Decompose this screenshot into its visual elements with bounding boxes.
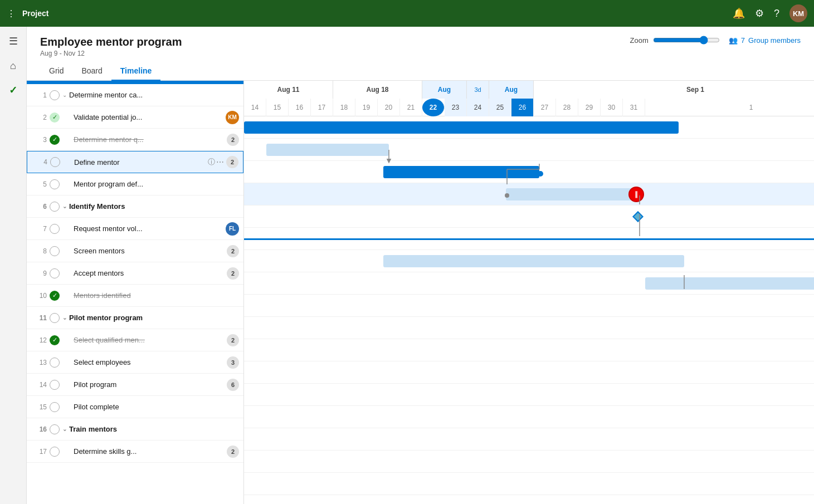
day-col: 14	[244, 99, 266, 116]
gantt-row-3	[244, 161, 814, 183]
group-members-count: 7	[741, 36, 745, 45]
task-row[interactable]: 9 Accept mentors 2	[27, 262, 243, 285]
group-members-icon: 👥	[729, 36, 738, 45]
gantt-bar[interactable]	[266, 144, 389, 156]
task-badge: 6	[227, 379, 239, 391]
chevron-icon: ⌄	[62, 426, 67, 432]
task-badge: 2	[227, 245, 239, 257]
task-row-group-header[interactable]: 11 ⌄ Pilot mentor program	[27, 307, 243, 329]
aug2-label: Aug	[489, 81, 534, 99]
task-row-group-header[interactable]: 16 ⌄ Train mentors	[27, 418, 243, 441]
gantt-chart: Aug 11 Aug 18 Aug 3d	[244, 81, 814, 504]
gantt-rows: ∥	[244, 116, 814, 495]
status-empty-icon	[50, 224, 60, 234]
status-empty-icon	[50, 90, 60, 100]
group-line	[244, 238, 814, 240]
gantt-row-7	[244, 250, 814, 272]
status-check-green-icon: ✓	[50, 135, 60, 145]
red-indicator: ∥	[628, 187, 644, 202]
date-header: Aug 11 Aug 18 Aug 3d	[244, 81, 814, 116]
day-col: 17	[311, 99, 333, 116]
day-col: 26	[511, 99, 534, 116]
task-row-selected[interactable]: 4 Define mentor ⓘ ⋯ 2	[27, 151, 243, 173]
milestone-dot	[538, 171, 543, 177]
tab-grid[interactable]: Grid	[40, 62, 72, 81]
task-row[interactable]: 8 Screen mentors 2	[27, 240, 243, 262]
help-icon[interactable]: ?	[774, 8, 779, 19]
day-col: 30	[601, 99, 623, 116]
task-row[interactable]: 10 ✓ Mentors identified	[27, 285, 243, 307]
sep-label: Sep 1	[534, 81, 814, 99]
more-icon[interactable]: ⋯	[216, 158, 224, 167]
gantt-row-6	[244, 228, 814, 250]
task-row[interactable]: 13 Select employees 3	[27, 351, 243, 374]
home-icon[interactable]: ⌂	[3, 56, 23, 76]
group-members-label: Group members	[748, 36, 801, 45]
tab-timeline[interactable]: Timeline	[111, 62, 161, 81]
grid-dots-icon[interactable]: ⋮	[7, 8, 16, 19]
gantt-bar[interactable]	[383, 255, 684, 267]
aug-label: Aug	[422, 81, 467, 99]
task-badge: 2	[227, 446, 239, 458]
task-row[interactable]: 15 Pilot complete	[27, 396, 243, 418]
gantt-bar[interactable]	[506, 188, 640, 200]
status-empty-icon	[50, 246, 60, 256]
task-row[interactable]: 2 ✓ Validate potential jo... KM	[27, 106, 243, 129]
gantt-row-11	[244, 339, 814, 361]
day-col: 16	[289, 99, 311, 116]
gantt-row-12	[244, 361, 814, 384]
gantt-row-9	[244, 295, 814, 317]
avatar: FL	[226, 222, 239, 236]
chevron-icon: ⌄	[62, 203, 67, 209]
status-empty-icon	[50, 179, 60, 189]
gantt-row-14	[244, 406, 814, 428]
task-row[interactable]: 12 ✓ Select qualified men... 2	[27, 329, 243, 351]
day-col: 23	[445, 99, 467, 116]
week-label: Aug 18	[333, 81, 422, 99]
task-badge: 2	[227, 334, 239, 346]
gantt-row-4: ∥	[244, 183, 814, 205]
settings-icon[interactable]: ⚙	[755, 7, 764, 19]
day-col: 15	[266, 99, 289, 116]
gantt-bar[interactable]	[383, 166, 539, 178]
user-avatar[interactable]: KM	[789, 4, 807, 22]
gantt-row-2	[244, 139, 814, 161]
zoom-control: Zoom	[630, 36, 720, 45]
task-row[interactable]: 3 ✓ Determine mentor q... 2	[27, 129, 243, 151]
day-col: 25	[489, 99, 511, 116]
gantt-row-5	[244, 205, 814, 228]
connector-dot	[505, 193, 509, 198]
status-empty-icon	[50, 447, 60, 457]
zoom-slider[interactable]	[653, 36, 720, 45]
bell-icon[interactable]: 🔔	[733, 7, 745, 19]
check-icon[interactable]: ✓	[3, 80, 23, 100]
project-title: Employee mentor program	[40, 36, 182, 48]
day-col: 31	[623, 99, 645, 116]
chevron-icon: ⌄	[62, 92, 67, 98]
status-empty-icon	[50, 380, 60, 390]
task-row[interactable]: 1 ⌄ Determine mentor ca...	[27, 84, 243, 106]
day-col: 1	[645, 99, 814, 116]
info-icon[interactable]: ⓘ	[208, 157, 215, 167]
zoom-label: Zoom	[630, 36, 649, 45]
gantt-bar[interactable]	[645, 277, 814, 290]
task-badge: 3	[227, 356, 239, 369]
gantt-row-10	[244, 317, 814, 339]
diamond-milestone	[632, 211, 644, 222]
task-row[interactable]: 17 Determine skills g... 2	[27, 441, 243, 463]
task-list: 1 ⌄ Determine mentor ca... 2 ✓ Validate …	[27, 81, 244, 504]
gantt-row-17	[244, 473, 814, 495]
tab-board[interactable]: Board	[72, 62, 111, 81]
top-nav: ⋮ Project 🔔 ⚙ ? KM	[0, 0, 814, 27]
gantt-bar[interactable]	[244, 121, 679, 134]
task-row[interactable]: 7 Request mentor vol... FL	[27, 218, 243, 240]
project-header: Employee mentor program Aug 9 - Nov 12 Z…	[27, 27, 814, 57]
task-row-group-header[interactable]: 6 ⌄ Identify Mentors	[27, 195, 243, 218]
menu-icon[interactable]: ☰	[3, 31, 23, 51]
task-row[interactable]: 5 Mentor program def...	[27, 173, 243, 195]
group-members-button[interactable]: 👥 7 Group members	[729, 36, 801, 45]
project-dates: Aug 9 - Nov 12	[40, 50, 182, 57]
gantt-row-16	[244, 451, 814, 473]
task-row[interactable]: 14 Pilot program 6	[27, 374, 243, 396]
tabs-bar: Grid Board Timeline	[27, 57, 814, 81]
